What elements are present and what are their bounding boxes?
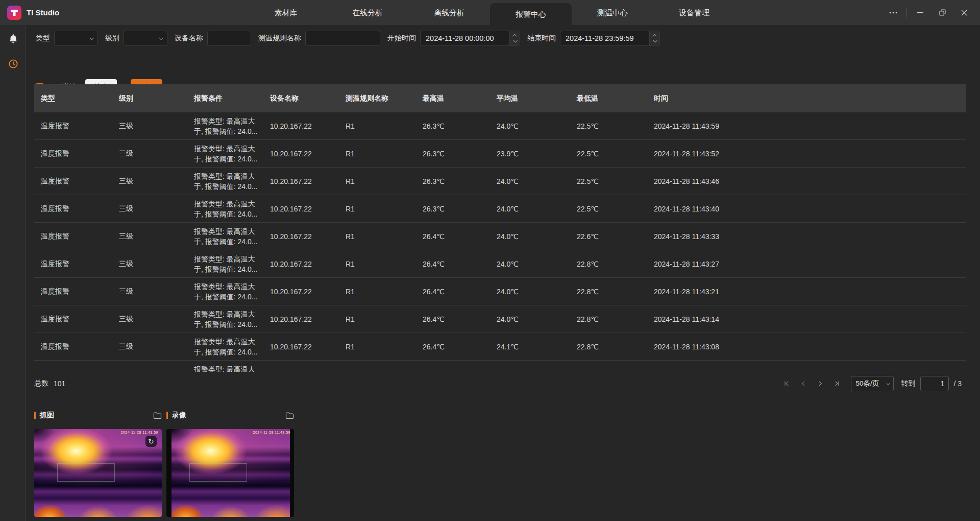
nav-tab[interactable]: 在线分析 [327,0,408,25]
cell-max-temp: 26.3℃ [416,122,490,130]
table-row[interactable]: 温度报警 三级 报警类型: 最高温大于, 报警阈值: 24.0... 10.20… [34,223,966,250]
chevron-up-icon [512,34,517,38]
thumbnail-timestamp: 2024-11-28 11:43:59 [121,431,158,434]
nav-tab[interactable]: 测温中心 [572,0,653,25]
cell-max-temp: 26.4℃ [416,288,490,296]
media-gallery: 抓图 2024-11-28 11:43:59 ↻ 录像 [34,410,299,517]
total-label: 总数 [34,379,48,388]
history-clock-icon[interactable] [0,54,26,74]
type-label: 类型 [36,34,50,43]
cell-min-temp: 22.5℃ [570,205,647,213]
cell-time: 2024-11-28 11:43:14 [647,315,966,323]
first-page-icon[interactable] [780,377,793,390]
device-name-input[interactable] [207,31,251,46]
cell-time: 2024-11-28 11:43:59 [647,122,966,130]
level-label: 级别 [105,34,119,43]
column-header: 时间 [647,94,966,103]
cell-rule: R1 [339,232,416,241]
cell-time: 2024-11-28 11:43:33 [647,232,966,241]
folder-icon[interactable] [285,412,294,419]
cell-condition: 报警类型: 最高温大于, 报警阈值: 24.0... [187,337,263,357]
cell-level: 三级 [112,259,187,269]
column-header: 级别 [112,94,187,103]
goto-page-input[interactable] [920,376,949,391]
nav-tabs: 素材库在线分析离线分析报警中心测温中心设备管理 [245,0,735,25]
end-time-stepper[interactable] [649,31,659,45]
cell-max-temp: 26.3℃ [416,150,490,158]
table-row[interactable]: 温度报警 三级 报警类型: 最高温大于, 报警阈值: 24.0... 10.20… [34,305,966,333]
table-row[interactable]: 温度报警 三级 报警类型: 最高温大于, 报警阈值: 24.0... 10.20… [34,333,966,361]
last-page-icon[interactable] [830,377,844,390]
cell-level: 三级 [112,122,187,131]
cell-condition: 报警类型: 最高温大于, 报警阈值: 24.0... [187,364,263,372]
cell-avg-temp: 24.0℃ [490,122,570,130]
table-body: 温度报警 三级 报警类型: 最高温大于, 报警阈值: 24.0... 10.20… [34,112,966,372]
capture-section: 抓图 2024-11-28 11:43:59 ↻ [34,410,162,517]
table-row[interactable]: 温度报警 三级 报警类型: 最高温大于, 报警阈值: 24.0... 10.20… [34,112,966,140]
minimize-icon[interactable] [913,5,928,20]
table-row[interactable]: 温度报警 三级 报警类型: 最高温大于, 报警阈值: 24.0... 10.20… [34,168,966,195]
left-sidebar [0,25,26,521]
cell-device: 10.20.167.22 [263,260,339,268]
cell-avg-temp: 24.1℃ [490,343,570,351]
titlebar: TI Studio 素材库在线分析离线分析报警中心测温中心设备管理 [0,0,980,25]
table-row[interactable]: 温度报警 三级 报警类型: 最高温大于, 报警阈值: 24.0... 10.20… [34,250,966,278]
cell-time: 2024-11-28 11:43:08 [647,343,966,351]
cell-level: 三级 [112,149,187,158]
start-time-input[interactable]: 2024-11-28 00:00:00 [420,31,520,46]
cell-condition: 报警类型: 最高温大于, 报警阈值: 24.0... [187,309,263,329]
chevron-down-icon [653,38,657,42]
capture-thumbnail[interactable]: 2024-11-28 11:43:59 ↻ [34,429,162,517]
cell-device: 10.20.167.22 [263,150,339,158]
app-title: TI Studio [27,8,59,17]
alarm-icon[interactable] [0,29,26,50]
record-header: 录像 [166,410,294,420]
record-thumbnail[interactable]: 2024-11-28 11:43:59 [166,429,294,517]
cell-rule: R1 [339,177,416,185]
cell-type: 温度报警 [34,287,112,296]
column-header: 最高温 [416,94,490,103]
table-header-row: 类型级别报警条件设备名称测温规则名称最高温平均温最低温时间 [34,84,966,112]
end-time-input[interactable]: 2024-11-28 23:59:59 [560,31,660,46]
cell-max-temp: 26.3℃ [416,177,490,185]
cell-level: 三级 [112,315,187,324]
rule-name-input[interactable] [305,31,380,46]
cell-condition: 报警类型: 最高温大于, 报警阈值: 24.0... [187,254,263,274]
close-icon[interactable] [957,5,972,20]
cell-max-temp: 26.4℃ [416,232,490,241]
cell-device: 10.20.167.22 [263,343,339,351]
alarm-table: 类型级别报警条件设备名称测温规则名称最高温平均温最低温时间 温度报警 三级 报警… [34,84,966,372]
folder-icon[interactable] [153,412,162,419]
cell-avg-temp: 24.0℃ [490,315,570,323]
prev-page-icon[interactable] [797,377,810,390]
table-row[interactable]: 温度报警 三级 报警类型: 最高温大于, 报警阈值: 24.0... 10.20… [34,278,966,305]
cell-min-temp: 22.6℃ [570,232,647,241]
page-size-select[interactable]: 50条/页 [851,376,894,391]
nav-tab[interactable]: 设备管理 [653,0,735,25]
level-select[interactable] [124,31,167,46]
page-indicator: / 3 [953,380,962,388]
table-row[interactable]: 报警类型: 最高温大于, 报警阈值: 24.0... [34,361,966,372]
next-page-icon[interactable] [814,377,827,390]
cell-type: 温度报警 [34,122,112,131]
rule-name-label: 测温规则名称 [258,34,301,43]
maximize-icon[interactable] [935,5,950,20]
divider [906,8,907,17]
column-header: 类型 [34,94,112,103]
cell-min-temp: 22.8℃ [570,288,647,296]
rotate-icon[interactable]: ↻ [145,436,157,447]
cell-level: 三级 [112,342,187,351]
type-select[interactable] [54,31,98,46]
start-time-label: 开始时间 [387,34,416,43]
nav-tab[interactable]: 素材库 [245,0,327,25]
more-icon[interactable] [886,5,901,20]
cell-condition: 报警类型: 最高温大于, 报警阈值: 24.0... [187,199,263,219]
nav-tab[interactable]: 离线分析 [408,0,490,25]
cell-level: 三级 [112,287,187,296]
nav-tab[interactable]: 报警中心 [490,3,572,25]
column-header: 报警条件 [187,94,263,103]
column-header: 测温规则名称 [339,94,416,103]
table-row[interactable]: 温度报警 三级 报警类型: 最高温大于, 报警阈值: 24.0... 10.20… [34,140,966,168]
start-time-stepper[interactable] [509,31,520,45]
table-row[interactable]: 温度报警 三级 报警类型: 最高温大于, 报警阈值: 24.0... 10.20… [34,195,966,223]
